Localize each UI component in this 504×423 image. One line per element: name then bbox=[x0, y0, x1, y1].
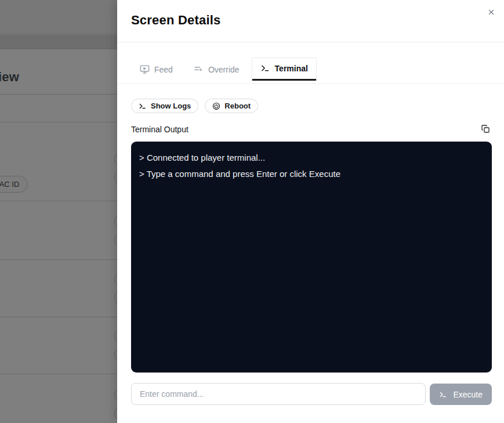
reboot-button[interactable]: Reboot bbox=[205, 99, 258, 113]
panel-title: Screen Details bbox=[131, 13, 490, 28]
power-icon bbox=[212, 102, 220, 110]
tab-override[interactable]: Override bbox=[185, 59, 248, 81]
show-logs-label: Show Logs bbox=[151, 102, 191, 110]
monitor-play-icon bbox=[140, 64, 150, 74]
panel-header: Screen Details bbox=[117, 0, 504, 42]
terminal-output-header: Terminal Output bbox=[131, 123, 492, 136]
tab-bar: Feed Override Terminal bbox=[117, 42, 504, 84]
reboot-label: Reboot bbox=[224, 102, 251, 110]
terminal-line: > Connected to player terminal... bbox=[139, 150, 484, 166]
terminal-output-label: Terminal Output bbox=[131, 125, 188, 134]
terminal-tab-content: Show Logs Reboot Terminal Output > Conne… bbox=[117, 84, 504, 423]
copy-icon bbox=[481, 124, 490, 135]
list-arrow-icon bbox=[194, 64, 204, 74]
terminal-prompt-icon bbox=[139, 102, 147, 110]
terminal-prompt-icon bbox=[439, 391, 447, 399]
command-input[interactable] bbox=[131, 383, 426, 405]
tab-label: Terminal bbox=[275, 64, 308, 73]
screen-details-panel: Screen Details Feed Override Terminal bbox=[117, 0, 504, 423]
actions-row: Show Logs Reboot bbox=[131, 99, 492, 113]
copy-output-button[interactable] bbox=[479, 123, 492, 136]
terminal-output[interactable]: > Connected to player terminal... > Type… bbox=[131, 142, 492, 373]
tab-terminal[interactable]: Terminal bbox=[252, 57, 317, 81]
close-button[interactable] bbox=[485, 7, 497, 19]
terminal-line: > Type a command and press Enter or clic… bbox=[139, 166, 484, 182]
tab-label: Feed bbox=[154, 65, 173, 74]
tab-label: Override bbox=[208, 65, 240, 74]
close-icon bbox=[487, 8, 495, 18]
execute-button[interactable]: Execute bbox=[430, 384, 492, 405]
terminal-prompt-icon bbox=[260, 63, 270, 73]
tab-feed[interactable]: Feed bbox=[131, 59, 182, 81]
command-row: Execute bbox=[131, 383, 492, 405]
show-logs-button[interactable]: Show Logs bbox=[131, 99, 198, 113]
execute-label: Execute bbox=[453, 390, 483, 399]
